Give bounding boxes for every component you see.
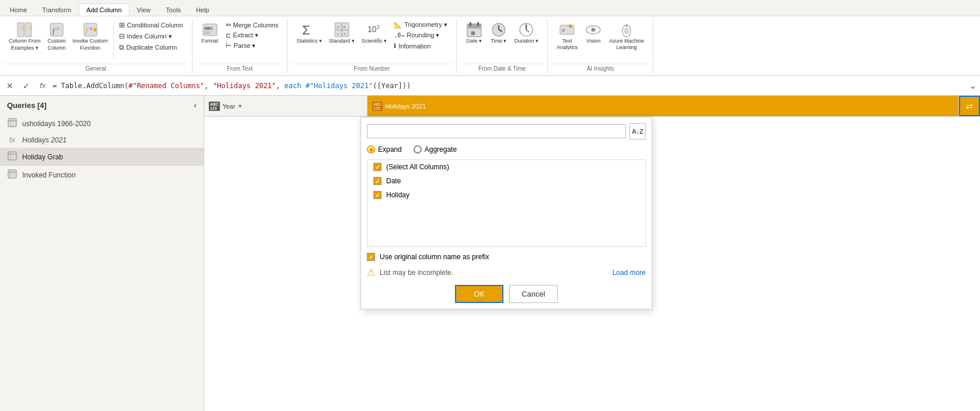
azure-ml-button[interactable]: Azure MachineLearning xyxy=(606,20,647,53)
expand-radio[interactable]: Expand xyxy=(367,145,402,154)
merge-columns-label: Merge Columns xyxy=(233,22,279,29)
information-button[interactable]: ℹ Information xyxy=(391,41,450,51)
svg-text:x: x xyxy=(57,26,59,31)
ribbon-group-ai-items: ≡ TextAnalytics xyxy=(551,19,649,64)
date-icon: ▦ xyxy=(466,22,482,38)
format-button[interactable]: ABC 123 Format xyxy=(198,20,222,46)
time-button[interactable]: Time ▾ xyxy=(487,20,510,46)
year-dropdown-arrow[interactable]: ▾ xyxy=(239,103,242,109)
checkbox-holiday[interactable]: ✓ Holiday xyxy=(368,188,645,202)
extract-button[interactable]: ⊏ Extract ▾ xyxy=(223,30,282,40)
dropdown-sort-button[interactable]: A↓Z xyxy=(629,123,646,140)
ribbon-group-from-datetime: ▦ Date ▾ Time ▾ xyxy=(457,19,548,73)
svg-text:−: − xyxy=(337,32,340,37)
sidebar-item-invoked-function[interactable]: Invoked Function xyxy=(0,166,204,184)
column-header-holidays-2021[interactable]: ABC123 Holidays 2021 xyxy=(368,96,959,116)
cancel-button[interactable]: Cancel xyxy=(509,285,557,303)
sidebar-header: Queries [4] ‹ xyxy=(0,96,204,114)
scientific-button[interactable]: 10 2 Scientific ▾ xyxy=(359,20,390,46)
merge-columns-button[interactable]: ⇔ Merge Columns xyxy=(223,20,282,30)
parse-button[interactable]: ⊢ Parse ▾ xyxy=(223,41,282,51)
holiday-checkbox: ✓ xyxy=(373,191,382,199)
statistics-button[interactable]: Σ Statistics ▾ xyxy=(293,20,325,46)
date-button[interactable]: ▦ Date ▾ xyxy=(463,20,486,46)
ribbon-group-from-text-items: ABC 123 Format ⇔ Merge Columns ⊏ xyxy=(196,19,284,64)
sidebar: Queries [4] ‹ usholidays 1966-2020 fx Ho… xyxy=(0,96,204,411)
column-from-examples-icon: ⚡ ⚡ xyxy=(16,22,33,38)
formula-arg1: #"Renamed Columns" xyxy=(128,82,204,90)
aggregate-radio[interactable]: Aggregate xyxy=(414,145,457,154)
custom-column-button[interactable]: f x CustomColumn xyxy=(45,20,69,53)
formula-equals: = xyxy=(52,82,61,90)
svg-line-36 xyxy=(526,30,529,32)
duplicate-column-button[interactable]: ⧉ Duplicate Column xyxy=(116,42,186,53)
dropdown-search-input[interactable] xyxy=(367,124,626,138)
holiday-check-mark: ✓ xyxy=(375,192,380,198)
svg-text:≡: ≡ xyxy=(562,27,565,33)
column-from-examples-button[interactable]: ⚡ ⚡ Column FromExamples ▾ xyxy=(6,20,44,53)
formula-expand-button[interactable]: ⌄ xyxy=(969,80,977,91)
svg-point-39 xyxy=(569,25,572,28)
expand-radio-circle xyxy=(367,145,375,154)
ribbon-group-general-items: ⚡ ⚡ Column FromExamples ▾ f x xyxy=(4,19,188,64)
formula-arg3-close: ([Year])) xyxy=(373,82,411,90)
trig-icon: 📐 xyxy=(394,21,402,29)
tab-transform[interactable]: Transform xyxy=(34,4,79,16)
action-row: OK Cancel xyxy=(367,285,646,303)
tab-home[interactable]: Home xyxy=(2,4,34,16)
from-datetime-group-label: From Date & Time xyxy=(460,64,544,73)
parse-label: Parse ▾ xyxy=(234,42,256,50)
svg-point-44 xyxy=(625,28,628,34)
invoke-custom-function-button[interactable]: f x Invoke CustomFunction xyxy=(70,20,111,53)
conditional-column-button[interactable]: ⊞ Conditional Column xyxy=(116,20,186,30)
tab-add-column[interactable]: Add Column xyxy=(79,4,130,16)
tab-help[interactable]: Help xyxy=(188,4,217,16)
prefix-checkbox[interactable]: ✓ xyxy=(367,253,375,261)
custom-column-label: CustomColumn xyxy=(48,38,66,51)
vision-label: Vision xyxy=(586,38,600,44)
sidebar-item-holidays-2021[interactable]: fx Holidays 2021 xyxy=(0,133,204,148)
text-analytics-label: TextAnalytics xyxy=(556,38,578,51)
load-more-link[interactable]: Load more xyxy=(612,269,646,277)
vision-button[interactable]: Vision xyxy=(582,20,605,46)
formula-each-keyword: each xyxy=(285,82,302,90)
date-checkbox: ✓ xyxy=(373,177,382,185)
index-column-button[interactable]: ⊟ Index Column ▾ xyxy=(116,31,186,41)
ok-button[interactable]: OK xyxy=(455,285,503,303)
invoke-custom-function-label: Invoke CustomFunction xyxy=(73,38,108,51)
svg-rect-52 xyxy=(8,170,16,178)
formula-confirm-button[interactable]: ✓ xyxy=(20,79,33,92)
rounding-icon: .0→ xyxy=(394,32,404,39)
checkbox-select-all[interactable]: ✓ (Select All Columns) xyxy=(368,160,645,174)
sidebar-collapse-button[interactable]: ‹ xyxy=(194,100,197,110)
svg-rect-26 xyxy=(467,24,481,29)
column-header-year[interactable]: ABC123 Year ▾ xyxy=(204,96,368,116)
extract-icon: ⊏ xyxy=(226,32,231,39)
trigonometry-button[interactable]: 📐 Trigonometry ▾ xyxy=(391,20,450,30)
tab-view[interactable]: View xyxy=(130,4,159,16)
expand-radio-label: Expand xyxy=(378,145,402,154)
duration-label: Duration ▾ xyxy=(514,38,539,44)
ribbon-group-from-number-items: Σ Statistics ▾ + xyxy=(291,19,453,64)
dropdown-search-row: A↓Z xyxy=(367,123,646,140)
duration-button[interactable]: Duration ▾ xyxy=(512,20,542,46)
trig-label: Trigonometry ▾ xyxy=(404,21,447,29)
checkbox-date[interactable]: ✓ Date xyxy=(368,174,645,188)
svg-rect-49 xyxy=(8,152,16,160)
standard-button[interactable]: + × − ÷ Standard ▾ xyxy=(326,20,358,46)
from-text-sub: ⇔ Merge Columns ⊏ Extract ▾ ⊢ Parse ▾ xyxy=(223,20,282,51)
statistics-icon: Σ xyxy=(301,22,317,38)
formula-ref: #"Holidays 2021" xyxy=(301,82,373,90)
duration-icon xyxy=(518,22,534,38)
conditional-column-label: Conditional Column xyxy=(127,22,183,29)
general-group-label: General xyxy=(4,64,188,73)
from-number-group-label: From Number xyxy=(291,64,453,73)
text-analytics-button[interactable]: ≡ TextAnalytics xyxy=(554,20,580,53)
select-all-checkbox: ✓ xyxy=(373,163,382,171)
expand-columns-button[interactable]: ⇄ xyxy=(959,96,980,116)
rounding-button[interactable]: .0→ Rounding ▾ xyxy=(391,30,450,40)
formula-cancel-button[interactable]: ✕ xyxy=(4,79,16,92)
tab-tools[interactable]: Tools xyxy=(158,4,188,16)
sidebar-item-holiday-grab[interactable]: Holiday Grab xyxy=(0,148,204,166)
sidebar-item-usholidays[interactable]: usholidays 1966-2020 xyxy=(0,114,204,133)
